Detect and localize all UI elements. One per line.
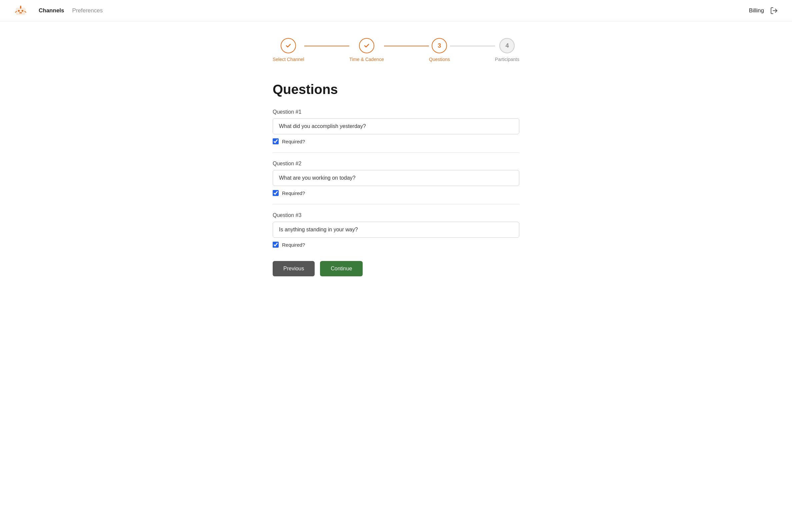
- question-2-required-label: Required?: [282, 190, 305, 196]
- header-right: Billing: [749, 6, 779, 15]
- step-1-label: Select Channel: [273, 57, 304, 62]
- button-row: Previous Continue: [273, 261, 519, 276]
- question-2-label: Question #2: [273, 161, 519, 167]
- divider-2: [273, 204, 519, 204]
- svg-point-5: [20, 6, 21, 7]
- logo[interactable]: [13, 3, 28, 18]
- step-1-circle: [281, 38, 296, 53]
- question-block-3: Question #3 Required?: [273, 212, 519, 248]
- question-2-input[interactable]: [273, 170, 519, 186]
- question-3-required-label: Required?: [282, 242, 305, 248]
- question-1-input[interactable]: [273, 118, 519, 134]
- svg-rect-2: [22, 10, 23, 12]
- question-block-2: Question #2 Required?: [273, 161, 519, 196]
- billing-link[interactable]: Billing: [749, 7, 764, 14]
- header: Channels Preferences Billing: [0, 0, 792, 21]
- check-icon-2: [363, 42, 370, 49]
- question-3-label: Question #3: [273, 212, 519, 218]
- step-select-channel: Select Channel: [273, 38, 304, 62]
- step-2-label: Time & Cadence: [349, 57, 384, 62]
- header-nav: Channels Preferences: [39, 7, 749, 14]
- step-3-label: Questions: [429, 57, 450, 62]
- step-participants: 4 Participants: [495, 38, 519, 62]
- svg-rect-1: [18, 10, 20, 12]
- question-2-required-row: Required?: [273, 190, 519, 196]
- step-4-circle: 4: [499, 38, 515, 53]
- continue-button[interactable]: Continue: [320, 261, 363, 276]
- step-2-circle: [359, 38, 374, 53]
- main-content: Select Channel Time & Cadence 3 Question…: [253, 21, 539, 303]
- logo-icon: [13, 3, 28, 18]
- question-3-required-row: Required?: [273, 242, 519, 248]
- question-3-required-checkbox[interactable]: [273, 242, 279, 248]
- divider-1: [273, 152, 519, 153]
- step-3-circle: 3: [432, 38, 447, 53]
- question-2-required-checkbox[interactable]: [273, 190, 279, 196]
- question-1-required-checkbox[interactable]: [273, 138, 279, 144]
- question-block-1: Question #1 Required?: [273, 109, 519, 144]
- step-line-1: [304, 46, 349, 47]
- svg-rect-3: [19, 12, 22, 13]
- step-line-3: [450, 46, 495, 47]
- nav-preferences[interactable]: Preferences: [72, 7, 103, 14]
- check-icon-1: [285, 42, 292, 49]
- step-time-cadence: Time & Cadence: [349, 38, 384, 62]
- stepper: Select Channel Time & Cadence 3 Question…: [273, 38, 519, 62]
- question-1-label: Question #1: [273, 109, 519, 115]
- question-3-input[interactable]: [273, 222, 519, 238]
- logout-icon[interactable]: [769, 6, 779, 15]
- page-title: Questions: [273, 82, 519, 97]
- previous-button[interactable]: Previous: [273, 261, 315, 276]
- question-1-required-row: Required?: [273, 138, 519, 144]
- nav-channels[interactable]: Channels: [39, 7, 64, 14]
- step-questions: 3 Questions: [429, 38, 450, 62]
- question-1-required-label: Required?: [282, 139, 305, 144]
- svg-rect-0: [16, 8, 25, 15]
- step-line-2: [384, 46, 429, 47]
- step-4-label: Participants: [495, 57, 519, 62]
